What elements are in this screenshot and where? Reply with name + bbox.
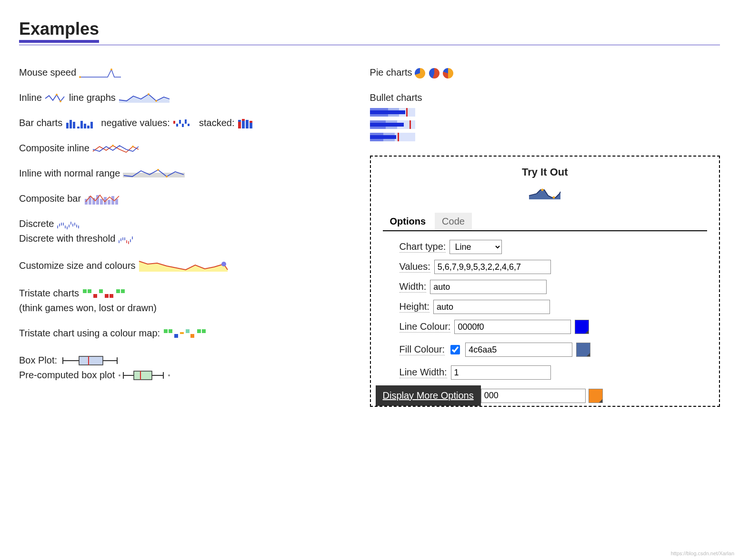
sparkline-discrete (57, 220, 85, 229)
label-normal-range: Inline with normal range (19, 168, 120, 178)
example-discrete-thresh: Discrete with threshold (19, 231, 356, 246)
label-discrete-thresh: Discrete with threshold (19, 233, 115, 244)
select-chart-type[interactable]: Line (449, 240, 502, 254)
sparkline-bar-stacked (237, 118, 254, 129)
example-composite-inline: Composite inline (19, 141, 356, 156)
row-line-colour: Line Colour: (399, 320, 707, 334)
svg-rect-37 (100, 199, 103, 205)
label-bar: Bar charts (19, 118, 62, 128)
svg-rect-26 (250, 123, 252, 128)
sparkline-normal-range (123, 168, 185, 180)
pie-icon-1 (415, 68, 425, 79)
example-composite-bar: Composite bar (19, 191, 356, 206)
row-chart-type: Chart type: Line (399, 240, 707, 254)
swatch-fill-colour[interactable] (576, 343, 590, 357)
input-partial[interactable] (481, 389, 586, 403)
label-height: Height: (399, 301, 429, 313)
example-tristate: Tristate charts (19, 286, 356, 301)
svg-rect-77 (190, 334, 194, 338)
label-customize: Customize size and colours (19, 260, 136, 271)
svg-rect-14 (90, 122, 93, 128)
sparkline-composite-bar (84, 193, 122, 206)
sparkline-bar (65, 118, 99, 129)
label-inline-a: Inline (19, 92, 42, 103)
svg-rect-22 (238, 120, 241, 122)
try-it-out-title: Try It Out (383, 166, 707, 178)
svg-rect-66 (93, 294, 97, 298)
svg-rect-13 (87, 126, 90, 128)
row-height: Height: (399, 300, 707, 314)
svg-point-63 (221, 262, 226, 266)
example-tristate-colormap: Tristate chart using a colour map: (19, 326, 356, 341)
svg-point-29 (132, 146, 134, 147)
label-mouse-speed: Mouse speed (19, 67, 76, 78)
input-height[interactable] (433, 300, 550, 314)
row-fill-colour: Fill Colour: (399, 343, 707, 357)
svg-rect-73 (169, 329, 172, 333)
svg-rect-20 (188, 124, 190, 126)
sparkline-tristate (82, 288, 130, 299)
try-it-out-panel: Try It Out Options Code Chart type: Line (370, 156, 720, 407)
label-prebox: Pre-computed box plot (19, 370, 115, 380)
sparkline-tristate-colormap (163, 328, 210, 339)
pie-icon-2 (429, 68, 439, 79)
tab-code[interactable]: Code (435, 213, 472, 230)
svg-rect-64 (83, 289, 87, 293)
input-fill-colour[interactable] (465, 343, 572, 357)
label-chart-type: Chart type: (399, 241, 446, 253)
bullet-chart-3 (370, 133, 415, 141)
label-boxplot: Box Plot: (19, 355, 57, 365)
input-line-width[interactable] (451, 365, 551, 380)
input-width[interactable] (430, 280, 547, 294)
svg-rect-23 (242, 121, 245, 128)
svg-rect-16 (176, 124, 178, 127)
row-display-more: Display More Options (388, 385, 707, 406)
svg-rect-89 (134, 371, 152, 380)
example-pie: Pie charts (370, 65, 720, 80)
checkbox-fill-colour[interactable] (450, 345, 460, 354)
svg-rect-72 (164, 329, 168, 333)
svg-rect-8 (70, 120, 72, 128)
example-discrete: Discrete (19, 216, 356, 231)
svg-rect-10 (77, 127, 80, 128)
svg-point-5 (148, 93, 150, 95)
svg-point-86 (119, 374, 120, 376)
svg-rect-82 (79, 356, 103, 365)
label-bar-stacked: stacked: (199, 118, 234, 128)
sparkline-discrete-thresh (118, 235, 139, 244)
bullet-chart-1 (370, 108, 415, 117)
label-inline-b: line graphs (69, 92, 116, 103)
sparkline-inline-b (118, 92, 170, 105)
label-tristate-hint: (think games won, lost or drawn) (19, 303, 157, 313)
svg-rect-67 (99, 289, 103, 293)
sparkline-boxplot (60, 354, 122, 367)
display-more-options-button[interactable]: Display More Options (376, 385, 481, 406)
svg-rect-69 (110, 294, 113, 298)
svg-rect-11 (80, 121, 83, 128)
input-line-colour[interactable] (454, 320, 571, 334)
label-tristate-colormap: Tristate chart using a colour map: (19, 328, 160, 338)
example-inline-line: Inline line graphs (19, 90, 356, 105)
svg-rect-12 (84, 124, 86, 128)
swatch-partial[interactable] (589, 389, 603, 403)
examples-right-column: Pie charts Bullet charts (370, 65, 720, 407)
tab-options[interactable]: Options (383, 213, 433, 230)
svg-rect-19 (185, 119, 187, 124)
svg-marker-4 (119, 94, 170, 103)
example-bullet: Bullet charts (370, 90, 720, 141)
row-line-width: Line Width: (399, 365, 707, 380)
options-form: Chart type: Line Values: Width: Height: (383, 240, 707, 406)
svg-rect-7 (66, 123, 69, 128)
svg-rect-25 (246, 120, 249, 128)
svg-point-93 (168, 374, 170, 376)
label-composite-bar: Composite bar (19, 193, 81, 204)
input-values[interactable] (434, 260, 551, 274)
label-bullet: Bullet charts (370, 92, 422, 103)
swatch-line-colour[interactable] (575, 320, 589, 334)
sparkline-composite-inline (92, 143, 140, 155)
examples-left-column: Mouse speed Inline line graphs Bar chart… (19, 65, 356, 393)
svg-rect-70 (116, 289, 120, 293)
example-tristate-hint: (think games won, lost or drawn) (19, 301, 356, 315)
pie-icon-3 (443, 68, 453, 79)
svg-rect-21 (238, 122, 241, 128)
